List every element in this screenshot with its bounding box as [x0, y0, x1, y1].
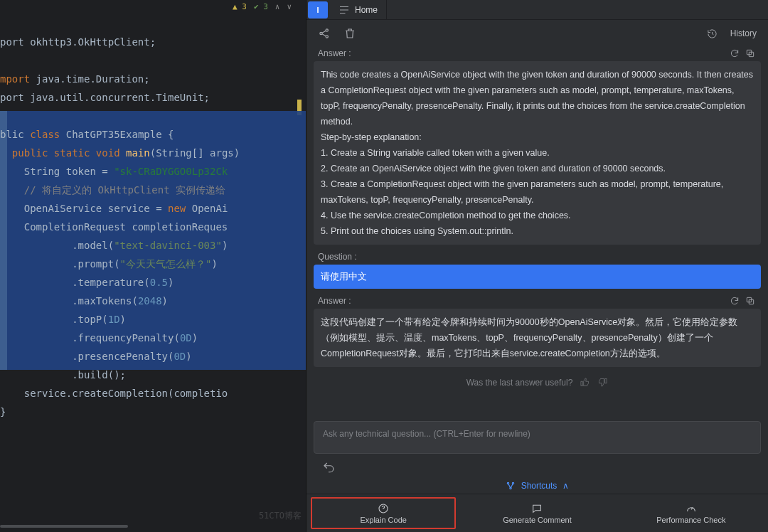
shortcuts-icon	[506, 481, 516, 491]
share-icon[interactable]	[318, 27, 331, 40]
thumbs-up-icon[interactable]	[580, 377, 590, 388]
action-generate-comment[interactable]: Generate Comment	[460, 494, 614, 532]
action-performance-check[interactable]: Performance Check	[614, 494, 768, 532]
svg-point-7	[507, 482, 508, 484]
tab-home-label: Home	[355, 5, 378, 15]
assistant-panel: I Home History Answer : This code create…	[306, 0, 768, 532]
answer-1: This code creates a OpenAiService object…	[314, 61, 761, 245]
question-1: 请使用中文	[314, 265, 761, 289]
copy-icon[interactable]	[745, 48, 755, 58]
editor-h-scrollbar[interactable]	[0, 525, 128, 528]
svg-point-0	[320, 32, 322, 34]
feedback-row: Was the last answer useful?	[314, 373, 761, 389]
refresh-icon[interactable]	[730, 296, 740, 306]
code-content[interactable]: port okhttp3.OkHttpClient; mport java.ti…	[0, 14, 306, 440]
app-tab-badge[interactable]: I	[308, 1, 328, 18]
inspection-bar: ▲ 3 ✔ 3 ∧ ∨	[0, 0, 306, 14]
answer-label: Answer :	[318, 48, 351, 58]
svg-point-8	[512, 482, 513, 484]
history-link[interactable]: History	[730, 28, 757, 38]
svg-point-10	[379, 504, 388, 513]
refresh-icon[interactable]	[730, 48, 740, 58]
svg-point-2	[326, 36, 328, 38]
copy-icon[interactable]	[745, 296, 755, 306]
answer-label-2: Answer :	[318, 296, 351, 306]
svg-point-1	[326, 29, 328, 31]
svg-point-9	[509, 487, 511, 489]
thumbs-down-icon[interactable]	[597, 377, 608, 388]
history-icon[interactable]	[707, 28, 718, 39]
help-icon	[378, 503, 389, 514]
code-editor[interactable]: ▲ 3 ✔ 3 ∧ ∨ port okhttp3.OkHttpClient; m…	[0, 0, 306, 532]
chevron-up-icon: ∧	[562, 481, 569, 491]
list-icon	[338, 4, 351, 16]
watermark: 51CTO博客	[259, 506, 302, 525]
shortcuts-toggle[interactable]: Shortcuts ∧	[306, 478, 768, 494]
action-explain-code[interactable]: Explain Code	[306, 494, 460, 532]
comment-icon	[531, 503, 543, 514]
answer-2: 这段代码创建了一个带有给定令牌和持续时间为90000秒的OpenAiServic…	[314, 309, 761, 367]
ask-input[interactable]	[314, 421, 761, 454]
trash-icon[interactable]	[343, 27, 356, 40]
gauge-icon	[686, 503, 697, 514]
question-label: Question :	[318, 252, 357, 262]
tab-home[interactable]: Home	[329, 0, 387, 20]
undo-icon[interactable]	[322, 461, 335, 474]
